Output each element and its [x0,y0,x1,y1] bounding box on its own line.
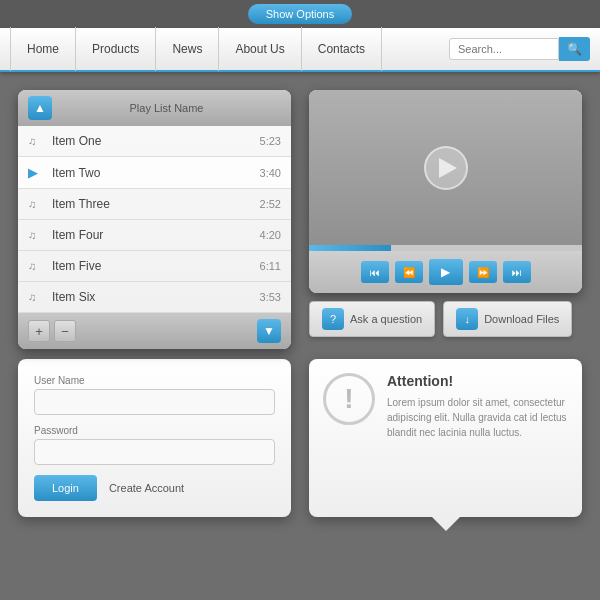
note-icon: ♫ [28,135,44,147]
nav-about[interactable]: About Us [219,27,301,71]
playlist-item[interactable]: ♫ Item One 5:23 [18,126,291,157]
playlist-item-name: Item Four [52,228,260,242]
nav-home[interactable]: Home [10,27,76,71]
playlist-item-name: Item Six [52,290,260,304]
note-icon: ♫ [28,260,44,272]
playlist-add-button[interactable]: + [28,320,50,342]
playlist-item[interactable]: ♫ Item Four 4:20 [18,220,291,251]
video-progress-fill [309,245,391,251]
playlist-header: ▲ Play List Name [18,90,291,126]
playlist-item-name: Item Five [52,259,260,273]
skip-back-button[interactable]: ⏮ [361,261,389,283]
ask-question-label: Ask a question [350,313,422,325]
play-pause-button[interactable]: ▶ [429,259,463,285]
attention-content: Attention! Lorem ipsum dolor sit amet, c… [387,373,568,503]
show-options-bar: Show Options [0,0,600,28]
forward-button[interactable]: ⏩ [469,261,497,283]
login-widget: User Name Password Login Create Account [18,359,291,517]
video-screen [309,90,582,245]
login-button[interactable]: Login [34,475,97,501]
playlist-item-time: 2:52 [260,198,281,210]
login-buttons: Login Create Account [34,475,275,501]
playlist-item-time: 4:20 [260,229,281,241]
download-files-button[interactable]: ↓ Download Files [443,301,572,337]
nav-contacts[interactable]: Contacts [302,27,382,71]
playlist-items: ♫ Item One 5:23 ▶ Item Two 3:40 ♫ Item T… [18,126,291,313]
video-progress-bar[interactable] [309,245,582,251]
username-field: User Name [34,375,275,415]
playlist-item[interactable]: ♫ Item Three 2:52 [18,189,291,220]
show-options-button[interactable]: Show Options [248,4,352,24]
nav-news[interactable]: News [156,27,219,71]
playlist-down-button[interactable]: ▼ [257,319,281,343]
playlist-item-time: 6:11 [260,260,281,272]
video-play-button[interactable] [424,146,468,190]
play-triangle-icon [439,158,457,178]
username-input[interactable] [34,389,275,415]
playlist-footer-buttons: + − [28,320,76,342]
playlist-item-name: Item Three [52,197,260,211]
playlist-item-time: 3:53 [260,291,281,303]
nav-links: Home Products News About Us Contacts [10,27,449,71]
playlist-item-name: Item One [52,134,260,148]
attention-body: Lorem ipsum dolor sit amet, consectetur … [387,395,568,440]
bottom-row: User Name Password Login Create Account … [0,359,600,527]
note-icon: ♫ [28,291,44,303]
video-player-container: ⏮ ⏪ ▶ ⏩ ⏭ ? Ask a question ↓ Download Fi… [309,90,582,349]
attention-title: Attention! [387,373,568,389]
video-action-buttons: ? Ask a question ↓ Download Files [309,301,582,337]
nav-bar: Home Products News About Us Contacts 🔍 [0,28,600,72]
video-player: ⏮ ⏪ ▶ ⏩ ⏭ [309,90,582,293]
search-input[interactable] [449,38,559,60]
playlist-item[interactable]: ▶ Item Two 3:40 [18,157,291,189]
skip-forward-button[interactable]: ⏭ [503,261,531,283]
question-icon: ? [322,308,344,330]
playlist-remove-button[interactable]: − [54,320,76,342]
playlist-item[interactable]: ♫ Item Five 6:11 [18,251,291,282]
nav-search: 🔍 [449,37,590,61]
playlist-up-button[interactable]: ▲ [28,96,52,120]
nav-products[interactable]: Products [76,27,156,71]
search-button[interactable]: 🔍 [559,37,590,61]
play-icon: ▶ [28,165,44,180]
attention-icon: ! [323,373,375,425]
create-account-link[interactable]: Create Account [109,482,184,494]
playlist-item-time: 5:23 [260,135,281,147]
note-icon: ♫ [28,229,44,241]
main-content: ▲ Play List Name ♫ Item One 5:23 ▶ Item … [0,72,600,359]
playlist-widget: ▲ Play List Name ♫ Item One 5:23 ▶ Item … [18,90,291,349]
attention-widget: ! Attention! Lorem ipsum dolor sit amet,… [309,359,582,517]
video-controls: ⏮ ⏪ ▶ ⏩ ⏭ [309,251,582,293]
download-files-label: Download Files [484,313,559,325]
ask-question-button[interactable]: ? Ask a question [309,301,435,337]
playlist-title: Play List Name [52,102,281,114]
username-label: User Name [34,375,275,386]
password-input[interactable] [34,439,275,465]
playlist-item-name: Item Two [52,166,260,180]
rewind-button[interactable]: ⏪ [395,261,423,283]
playlist-item-time: 3:40 [260,167,281,179]
playlist-footer: + − ▼ [18,313,291,349]
password-label: Password [34,425,275,436]
playlist-item[interactable]: ♫ Item Six 3:53 [18,282,291,313]
note-icon: ♫ [28,198,44,210]
password-field: Password [34,425,275,465]
download-icon: ↓ [456,308,478,330]
